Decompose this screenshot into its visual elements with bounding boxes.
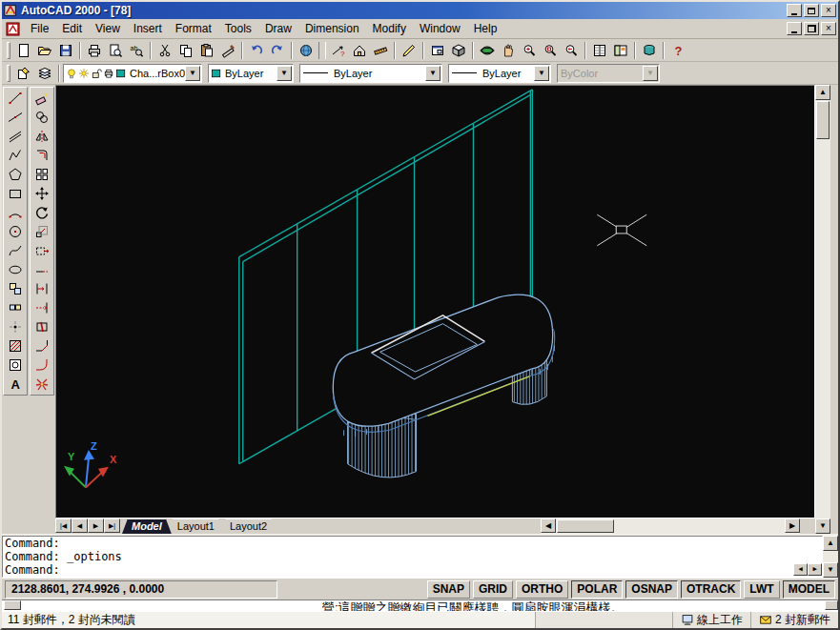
tab-layout1[interactable]: Layout1: [168, 518, 224, 534]
toggle-model[interactable]: MODEL: [783, 580, 835, 599]
zoomprev-button[interactable]: [561, 41, 582, 60]
child-minimize-button[interactable]: [787, 22, 802, 35]
ellipse-button[interactable]: [5, 260, 26, 279]
scroll-up-icon[interactable]: ▲: [815, 85, 830, 100]
layers-button[interactable]: [34, 64, 55, 83]
toolbar-grip[interactable]: [7, 42, 10, 59]
rect-button[interactable]: [5, 184, 26, 203]
print-button[interactable]: [84, 41, 105, 60]
erase-button[interactable]: [31, 89, 52, 108]
child-restore-button[interactable]: [804, 22, 819, 35]
mirror-button[interactable]: [31, 127, 52, 146]
scroll-left-icon[interactable]: ◀: [793, 563, 808, 576]
menu-format[interactable]: Format: [169, 20, 218, 37]
redo-button[interactable]: [267, 41, 288, 60]
canvas-vertical-scrollbar[interactable]: ▲ ▼: [815, 85, 830, 534]
canvas-horizontal-scrollbar[interactable]: ◀ ▶: [541, 518, 800, 534]
scroll-down-icon[interactable]: ▼: [815, 518, 830, 534]
save-button[interactable]: [55, 41, 76, 60]
copyobj-button[interactable]: [31, 108, 52, 127]
text-button[interactable]: A: [5, 375, 26, 394]
scroll-up-icon[interactable]: ▲: [823, 536, 838, 551]
dbconnect-button[interactable]: [639, 41, 660, 60]
tab-prev-button[interactable]: ◀: [72, 518, 88, 533]
menu-window[interactable]: Window: [413, 20, 467, 37]
horizontal-scroll-thumb[interactable]: [557, 519, 614, 533]
toggle-polar[interactable]: POLAR: [571, 580, 623, 599]
arc-button[interactable]: [5, 203, 26, 222]
maximize-button[interactable]: [804, 4, 819, 17]
makeblock-button[interactable]: [5, 298, 26, 317]
properties-button[interactable]: [589, 41, 610, 60]
move-button[interactable]: [31, 184, 52, 203]
spline-button[interactable]: [5, 241, 26, 260]
menu-help[interactable]: Help: [467, 20, 504, 37]
xline-button[interactable]: [5, 108, 26, 127]
command-history[interactable]: Command:Command: _optionsCommand: ◀ ▶: [2, 536, 823, 578]
distance-button[interactable]: [370, 41, 391, 60]
polygon-button[interactable]: [5, 165, 26, 184]
array-button[interactable]: [31, 165, 52, 184]
layer-combo[interactable]: Cha...rBox05 ▼: [63, 64, 202, 83]
online-status[interactable]: 線上工作: [672, 612, 750, 628]
new-button[interactable]: [13, 41, 34, 60]
pline-button[interactable]: [5, 146, 26, 165]
tab-last-button[interactable]: ▶|: [104, 518, 120, 533]
tab-next-button[interactable]: ▶: [88, 518, 104, 533]
mline-button[interactable]: [5, 127, 26, 146]
views-button[interactable]: [448, 41, 469, 60]
zoomrt-button[interactable]: [519, 41, 540, 60]
makecurrent-button[interactable]: [13, 64, 34, 83]
preview-button[interactable]: [105, 41, 126, 60]
break-button[interactable]: [31, 317, 52, 336]
menu-edit[interactable]: Edit: [55, 20, 89, 37]
drawing-canvas[interactable]: Z Y X: [55, 85, 815, 518]
vertical-scroll-thumb[interactable]: [816, 101, 830, 139]
cut-button[interactable]: [154, 41, 175, 60]
designcenter-button[interactable]: [610, 41, 631, 60]
minimize-button[interactable]: [787, 4, 802, 17]
stretch-button[interactable]: [31, 241, 52, 260]
offset-button[interactable]: [31, 146, 52, 165]
rotate-button[interactable]: [31, 203, 52, 222]
command-vertical-scrollbar[interactable]: ▲ ▼: [823, 536, 838, 578]
toggle-osnap[interactable]: OSNAP: [625, 580, 678, 599]
menu-view[interactable]: View: [89, 20, 127, 37]
linetype-combo-drop-icon[interactable]: ▼: [425, 66, 440, 81]
paste-button[interactable]: [196, 41, 217, 60]
fillet-button[interactable]: [31, 356, 52, 375]
chamfer-button[interactable]: [31, 336, 52, 356]
point-button[interactable]: [5, 317, 26, 336]
close-button[interactable]: ×: [821, 4, 836, 17]
insertblock-button[interactable]: [5, 279, 26, 298]
menu-modify[interactable]: Modify: [366, 20, 413, 37]
redraw-button[interactable]: [399, 41, 420, 60]
hatch-button[interactable]: [5, 336, 26, 356]
new-mail[interactable]: 2 封新郵件: [750, 612, 838, 628]
toggle-otrack[interactable]: OTRACK: [681, 580, 741, 599]
spell-button[interactable]: ab: [126, 41, 147, 60]
orbit-button[interactable]: [477, 41, 498, 60]
menu-insert[interactable]: Insert: [127, 20, 169, 37]
hyperlink-button[interactable]: [296, 41, 317, 60]
region-button[interactable]: [5, 356, 26, 375]
scroll-left-icon[interactable]: ◀: [541, 518, 556, 533]
menu-tools[interactable]: Tools: [218, 20, 258, 37]
help-button[interactable]: ?: [667, 41, 688, 60]
trim-button[interactable]: [31, 279, 52, 298]
zoomwin-button[interactable]: [540, 41, 561, 60]
copy-button[interactable]: [175, 41, 196, 60]
toggle-grid[interactable]: GRID: [473, 580, 513, 599]
extend-button[interactable]: [31, 298, 52, 317]
tracking-button[interactable]: ?: [328, 41, 349, 60]
pan-button[interactable]: [498, 41, 519, 60]
menu-draw[interactable]: Draw: [258, 20, 298, 37]
color-combo-drop-icon[interactable]: ▼: [277, 66, 292, 81]
toggle-ortho[interactable]: ORTHO: [516, 580, 568, 599]
undo-button[interactable]: [246, 41, 267, 60]
scroll-right-icon[interactable]: ▶: [785, 518, 800, 533]
toggle-lwt[interactable]: LWT: [744, 580, 779, 599]
tab-model[interactable]: Model: [122, 518, 172, 534]
color-combo[interactable]: ByLayer ▼: [208, 64, 294, 83]
command-prompt[interactable]: Command:: [5, 563, 820, 577]
